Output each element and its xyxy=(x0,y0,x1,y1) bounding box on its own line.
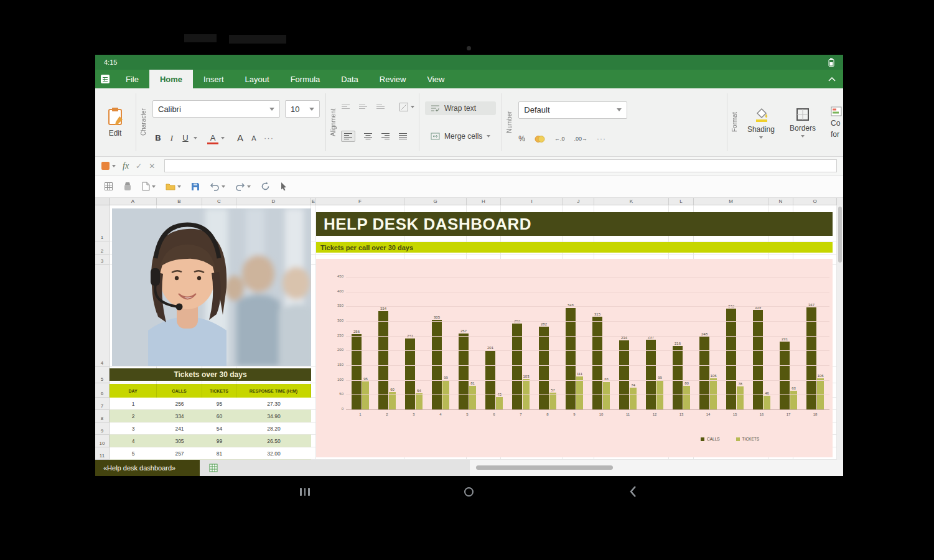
refresh-button[interactable] xyxy=(261,182,270,191)
currency-style-icon[interactable] xyxy=(535,135,545,143)
undo-button[interactable] xyxy=(210,182,225,191)
tickets-per-call-chart[interactable]: 2569533460241543059925781201432921032825… xyxy=(316,259,833,457)
increase-font-size-button[interactable]: A xyxy=(235,131,246,144)
tab-layout[interactable]: Layout xyxy=(235,70,280,88)
more-character-options-button[interactable]: ··· xyxy=(262,132,276,144)
text-orientation-button[interactable] xyxy=(399,103,414,111)
row-header-9[interactable]: 9 xyxy=(95,422,110,435)
row-header-7[interactable]: 7 xyxy=(95,398,110,410)
bar-tickets[interactable]: 54 xyxy=(416,393,423,409)
more-number-options-button[interactable]: ··· xyxy=(597,134,606,143)
formula-input[interactable] xyxy=(164,159,837,172)
bar-calls[interactable]: 256 xyxy=(352,334,362,409)
column-header-E[interactable]: E xyxy=(311,198,316,205)
cancel-entry-button[interactable]: ✕ xyxy=(149,162,155,170)
column-header-N[interactable]: N xyxy=(768,198,793,205)
bar-tickets[interactable]: 106 xyxy=(817,378,824,409)
decrease-decimal-button[interactable]: .00→ xyxy=(574,136,588,142)
chevron-down-icon[interactable] xyxy=(194,137,197,139)
vertical-align-middle-icon[interactable] xyxy=(358,104,368,110)
column-header-I[interactable]: I xyxy=(501,198,563,205)
bar-tickets[interactable]: 106 xyxy=(710,378,717,409)
italic-button[interactable]: I xyxy=(166,132,177,144)
confirm-entry-button[interactable]: ✓ xyxy=(136,162,142,170)
tab-view[interactable]: View xyxy=(416,70,455,88)
bar-tickets[interactable]: 78 xyxy=(737,386,744,409)
bar-calls[interactable]: 248 xyxy=(699,337,709,409)
bar-calls[interactable]: 315 xyxy=(592,317,602,409)
new-file-button[interactable] xyxy=(142,182,156,191)
bar-tickets[interactable]: 46 xyxy=(764,396,770,409)
tab-file[interactable]: File xyxy=(115,70,149,88)
vertical-align-bottom-icon[interactable] xyxy=(376,104,385,110)
align-right-icon[interactable] xyxy=(381,133,390,140)
horizontal-scrollbar-track[interactable] xyxy=(470,460,843,476)
column-header-L[interactable]: L xyxy=(669,198,694,205)
column-header-A[interactable]: A xyxy=(110,198,157,205)
align-left-button-selected[interactable] xyxy=(341,131,355,142)
column-header-G[interactable]: G xyxy=(404,198,467,205)
collapse-ribbon-button[interactable] xyxy=(821,70,843,88)
home-button[interactable] xyxy=(459,485,478,498)
row-header-5[interactable]: 5 xyxy=(95,367,110,383)
row-header-10[interactable]: 10 xyxy=(95,435,110,447)
bar-tickets[interactable]: 43 xyxy=(496,397,503,409)
font-name-select[interactable]: Calibri xyxy=(152,100,280,118)
back-button[interactable] xyxy=(623,485,642,498)
column-header-B[interactable]: B xyxy=(157,198,202,205)
select-tool-button[interactable] xyxy=(280,182,287,191)
wrap-text-button[interactable]: Wrap text xyxy=(425,101,496,115)
chevron-down-icon[interactable] xyxy=(221,137,225,139)
number-format-select[interactable]: Default xyxy=(518,101,627,119)
column-header-K[interactable]: K xyxy=(594,198,669,205)
column-header-C[interactable]: C xyxy=(202,198,236,205)
ink-tool-button[interactable] xyxy=(123,182,132,191)
bar-calls[interactable]: 231 xyxy=(780,342,790,409)
bar-tickets[interactable]: 95 xyxy=(362,381,369,409)
align-justify-icon[interactable] xyxy=(398,133,408,140)
sheet-canvas[interactable]: Tickets over 30 days DAYCALLSTICKETSRESP… xyxy=(110,205,837,460)
tab-review[interactable]: Review xyxy=(369,70,417,88)
row-header-6[interactable]: 6 xyxy=(95,383,110,398)
select-all-corner[interactable] xyxy=(95,198,110,205)
column-header-M[interactable]: M xyxy=(694,198,768,205)
conditional-formatting-button[interactable]: Co for xyxy=(823,88,842,156)
row-header-1[interactable]: 1 xyxy=(95,205,110,241)
decrease-font-size-button[interactable]: A xyxy=(248,133,259,143)
shading-button[interactable]: Shading xyxy=(740,88,782,156)
cell-grid-view-button[interactable] xyxy=(104,182,113,191)
bar-calls[interactable]: 282 xyxy=(539,327,549,409)
column-header-H[interactable]: H xyxy=(467,198,501,205)
vertical-scrollbar-thumb[interactable] xyxy=(838,207,842,263)
underline-button[interactable]: U xyxy=(180,132,191,144)
row-header-11[interactable]: 11 xyxy=(95,447,110,460)
column-header-D[interactable]: D xyxy=(236,198,311,205)
row-header-2[interactable]: 2 xyxy=(95,241,110,255)
bar-calls[interactable]: 241 xyxy=(405,338,415,409)
bar-tickets[interactable]: 74 xyxy=(630,388,637,409)
column-header-F[interactable]: F xyxy=(316,198,404,205)
bar-tickets[interactable]: 80 xyxy=(683,386,690,409)
bar-calls[interactable]: 216 xyxy=(673,346,683,409)
vertical-align-top-icon[interactable] xyxy=(341,104,350,110)
percent-style-button[interactable]: % xyxy=(518,134,525,143)
column-header-O[interactable]: O xyxy=(793,198,837,205)
redo-button[interactable] xyxy=(235,182,251,191)
recents-button[interactable] xyxy=(296,485,314,498)
borders-button[interactable]: Borders xyxy=(782,88,823,156)
bar-calls[interactable]: 305 xyxy=(432,320,442,409)
tab-insert[interactable]: Insert xyxy=(193,70,235,88)
align-center-icon[interactable] xyxy=(363,133,373,140)
name-box[interactable] xyxy=(101,162,116,170)
tab-formula[interactable]: Formula xyxy=(280,70,331,88)
row-header-4[interactable]: 4 xyxy=(95,265,110,367)
column-header-J[interactable]: J xyxy=(563,198,594,205)
row-header-3[interactable]: 3 xyxy=(95,255,110,265)
font-size-select[interactable]: 10 xyxy=(285,100,320,118)
bar-tickets[interactable]: 93 xyxy=(603,382,610,409)
increase-decimal-button[interactable]: ←.0 xyxy=(554,136,565,142)
vertical-scrollbar[interactable] xyxy=(837,205,843,460)
row-header-8[interactable]: 8 xyxy=(95,410,110,422)
font-color-button[interactable]: A xyxy=(207,132,218,144)
bold-button[interactable]: B xyxy=(152,132,164,144)
